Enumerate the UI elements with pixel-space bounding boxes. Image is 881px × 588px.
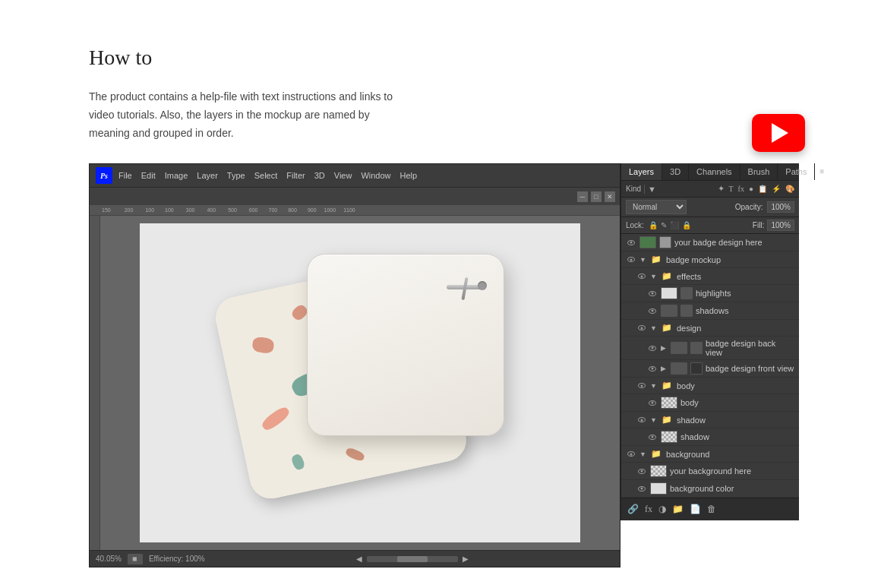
folder-icon[interactable]: 📁 [672,504,684,515]
minimize-button[interactable]: ─ [577,191,588,202]
play-icon [772,123,788,143]
layer-visibility-toggle[interactable] [636,271,647,282]
layer-thumbnail [661,397,677,409]
layer-thumbnail [650,465,667,477]
layer-visibility-toggle[interactable] [647,363,658,374]
layer-visibility-toggle[interactable] [626,237,636,248]
menu-file[interactable]: File [118,171,132,180]
layer-item[interactable]: ▼ 📁 body [621,378,799,394]
lock-row: Lock: 🔒 ✎ ⬛ 🔒 Fill: 100% [621,217,799,234]
collapse-icon[interactable]: ▼ [639,256,646,264]
layer-item[interactable]: ▶ badge design front view [621,360,799,378]
menu-window[interactable]: Window [361,171,390,180]
ruler-left [90,216,100,550]
menu-layer[interactable]: Layer [197,171,218,180]
menu-type[interactable]: Type [227,171,245,180]
layer-name: design [677,324,794,333]
layers-tabs: Layers 3D Channels Brush Paths ≡ [621,163,799,181]
close-button[interactable]: ✕ [605,191,615,202]
menu-view[interactable]: View [334,171,352,180]
adjustment-icon[interactable]: ◑ [658,504,666,515]
window-controls: ─ □ ✕ [577,191,615,202]
tab-brush[interactable]: Brush [740,163,778,180]
photoshop-window: Ps File Edit Image Layer Type Select Fil… [89,163,620,567]
screenshot-area: Ps File Edit Image Layer Type Select Fil… [89,163,805,567]
layer-thumbnail [661,305,677,317]
tab-layers[interactable]: Layers [621,163,662,180]
layer-visibility-toggle[interactable] [647,397,658,408]
layer-name: badge mockup [666,255,794,264]
menu-filter[interactable]: Filter [286,171,305,180]
layer-visibility-toggle[interactable] [647,288,658,299]
layer-item[interactable]: highlights [621,285,799,302]
layer-item[interactable]: shadows [621,302,799,320]
collapse-icon[interactable]: ▼ [650,416,657,424]
ruler-top: 150 200 100 100 300 400 500 600 700 800 … [90,205,620,216]
layer-visibility-toggle[interactable] [626,254,636,265]
layer-name: your badge design here [674,238,794,247]
layer-item[interactable]: shadow [621,428,799,446]
ps-menu: File Edit Image Layer Type Select Filter… [118,171,417,180]
delete-layer-icon[interactable]: 🗑 [707,504,716,515]
layer-name: shadow [677,416,794,425]
layer-thumbnail [671,342,687,354]
layer-visibility-toggle[interactable] [647,343,658,353]
blend-mode-select[interactable]: Normal [626,200,687,214]
collapse-icon[interactable]: ▼ [650,382,657,390]
layer-item[interactable]: ▼ 📁 badge mockup [621,251,799,268]
layer-visibility-toggle[interactable] [636,466,647,476]
link-icon[interactable]: 🔗 [627,504,639,515]
layer-visibility-toggle[interactable] [647,305,658,316]
layer-name: body [677,381,794,390]
menu-edit[interactable]: Edit [141,171,156,180]
layer-item[interactable]: background color [621,480,799,498]
pin-hardware [447,277,488,311]
section-description: The product contains a help-file with te… [89,88,408,142]
blend-mode-row: Normal Opacity: 100% [621,198,799,217]
layer-item[interactable]: ▼ 📁 background [621,446,799,463]
menu-help[interactable]: Help [400,171,418,180]
layer-thumbnail [671,362,687,375]
add-layer-icon[interactable]: 📄 [690,504,701,515]
horizontal-scrollbar[interactable]: ◀ ▶ [211,555,614,563]
page-container: How to The product contains a help-file … [0,0,881,588]
layer-item[interactable]: your badge design here [621,234,799,251]
layer-mask-thumb [680,305,693,317]
tab-3d[interactable]: 3D [662,163,689,180]
efficiency-status: Efficiency: 100% [149,555,205,563]
scrollbar-track[interactable] [367,556,458,562]
layer-item[interactable]: body [621,394,799,412]
content-area: Ps File Edit Image Layer Type Select Fil… [89,163,805,567]
layer-visibility-toggle[interactable] [636,381,647,391]
badge-mockup [208,239,512,527]
ps-canvas-area [90,216,620,550]
menu-image[interactable]: Image [165,171,188,180]
search-kind-label: Kind [626,185,641,193]
menu-3d[interactable]: 3D [314,171,325,180]
layer-item[interactable]: ▼ 📁 design [621,320,799,337]
youtube-button[interactable] [752,114,805,152]
collapse-icon[interactable]: ▼ [639,450,646,458]
layer-item[interactable]: ▼ 📁 shadow [621,412,799,428]
ps-statusbar: 40.05% ◼ Efficiency: 100% ◀ ▶ [90,550,620,567]
badge-front [307,254,504,436]
layer-item[interactable]: ▼ 📁 effects [621,268,799,285]
collapse-icon[interactable]: ▼ [650,324,657,332]
page-title: How to [89,46,805,70]
layer-item[interactable]: ▶ badge design back view [621,337,799,360]
layer-item[interactable]: your background here [621,463,799,480]
layers-panel: Layers 3D Channels Brush Paths ≡ Kind ▼ … [620,163,799,520]
layer-visibility-toggle[interactable] [636,415,647,425]
layer-visibility-toggle[interactable] [647,432,658,442]
fx-icon[interactable]: fx [645,504,652,515]
tab-paths[interactable]: Paths [778,163,815,180]
layer-thumbnail [650,482,667,495]
collapse-icon[interactable]: ▼ [650,273,657,280]
tab-channels[interactable]: Channels [689,163,740,180]
layer-visibility-toggle[interactable] [636,323,647,334]
layers-bottom-toolbar: 🔗 fx ◑ 📁 📄 🗑 [621,498,799,520]
menu-select[interactable]: Select [254,171,278,180]
layer-visibility-toggle[interactable] [626,449,636,460]
layer-visibility-toggle[interactable] [636,483,647,494]
restore-button[interactable]: □ [591,191,602,202]
